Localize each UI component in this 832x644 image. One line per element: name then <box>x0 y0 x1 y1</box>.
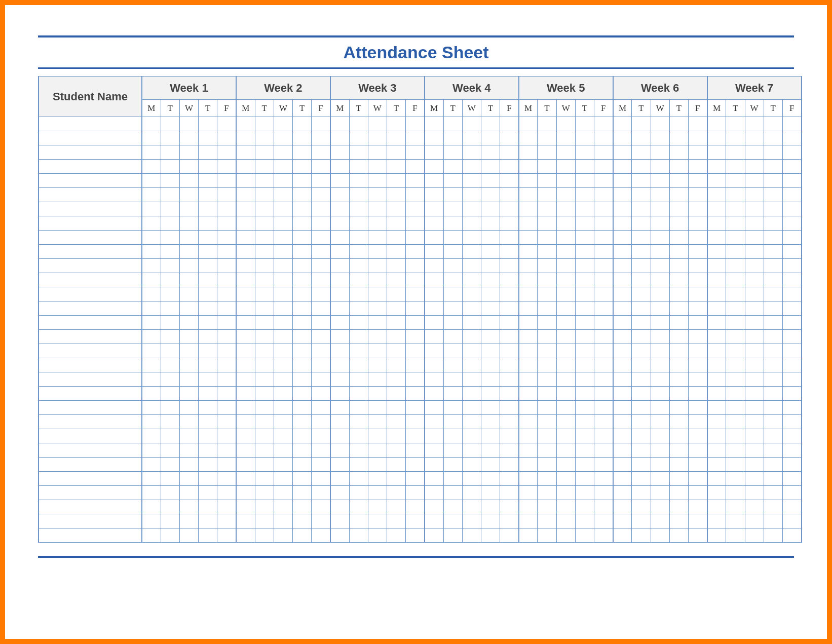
attendance-cell[interactable] <box>519 344 538 358</box>
attendance-cell[interactable] <box>293 188 312 202</box>
attendance-cell[interactable] <box>556 245 575 259</box>
attendance-cell[interactable] <box>406 528 425 543</box>
attendance-cell[interactable] <box>274 443 292 458</box>
attendance-cell[interactable] <box>726 245 745 259</box>
attendance-cell[interactable] <box>368 245 387 259</box>
attendance-cell[interactable] <box>632 245 651 259</box>
attendance-cell[interactable] <box>745 216 764 231</box>
attendance-cell[interactable] <box>368 443 387 458</box>
attendance-cell[interactable] <box>179 245 198 259</box>
attendance-cell[interactable] <box>688 273 707 287</box>
student-name-cell[interactable] <box>39 486 142 500</box>
attendance-cell[interactable] <box>293 330 312 344</box>
attendance-cell[interactable] <box>688 145 707 160</box>
attendance-cell[interactable] <box>387 443 405 458</box>
attendance-cell[interactable] <box>556 528 575 543</box>
attendance-cell[interactable] <box>217 401 236 415</box>
attendance-cell[interactable] <box>519 429 538 443</box>
attendance-cell[interactable] <box>745 145 764 160</box>
attendance-cell[interactable] <box>255 500 274 514</box>
attendance-cell[interactable] <box>255 202 274 216</box>
attendance-cell[interactable] <box>349 301 368 316</box>
attendance-cell[interactable] <box>556 287 575 301</box>
attendance-cell[interactable] <box>538 301 556 316</box>
attendance-cell[interactable] <box>368 287 387 301</box>
attendance-cell[interactable] <box>500 231 519 245</box>
attendance-cell[interactable] <box>594 188 613 202</box>
attendance-cell[interactable] <box>613 202 632 216</box>
attendance-cell[interactable] <box>726 202 745 216</box>
attendance-cell[interactable] <box>142 231 161 245</box>
attendance-cell[interactable] <box>217 273 236 287</box>
attendance-cell[interactable] <box>443 245 462 259</box>
student-name-cell[interactable] <box>39 500 142 514</box>
attendance-cell[interactable] <box>179 316 198 330</box>
attendance-cell[interactable] <box>745 344 764 358</box>
attendance-cell[interactable] <box>594 273 613 287</box>
attendance-cell[interactable] <box>519 443 538 458</box>
attendance-cell[interactable] <box>726 344 745 358</box>
attendance-cell[interactable] <box>161 273 179 287</box>
attendance-cell[interactable] <box>274 174 292 188</box>
attendance-cell[interactable] <box>179 330 198 344</box>
attendance-cell[interactable] <box>538 443 556 458</box>
attendance-cell[interactable] <box>406 358 425 372</box>
attendance-cell[interactable] <box>500 443 519 458</box>
attendance-cell[interactable] <box>726 443 745 458</box>
attendance-cell[interactable] <box>236 443 255 458</box>
attendance-cell[interactable] <box>764 259 782 273</box>
attendance-cell[interactable] <box>161 387 179 401</box>
attendance-cell[interactable] <box>199 358 217 372</box>
attendance-cell[interactable] <box>500 415 519 429</box>
attendance-cell[interactable] <box>481 344 500 358</box>
attendance-cell[interactable] <box>594 372 613 387</box>
attendance-cell[interactable] <box>481 216 500 231</box>
attendance-cell[interactable] <box>443 117 462 131</box>
attendance-cell[interactable] <box>613 301 632 316</box>
attendance-cell[interactable] <box>406 443 425 458</box>
attendance-cell[interactable] <box>519 415 538 429</box>
attendance-cell[interactable] <box>481 429 500 443</box>
attendance-cell[interactable] <box>142 344 161 358</box>
attendance-cell[interactable] <box>782 344 801 358</box>
attendance-cell[interactable] <box>406 145 425 160</box>
attendance-cell[interactable] <box>236 316 255 330</box>
attendance-cell[interactable] <box>632 443 651 458</box>
attendance-cell[interactable] <box>632 316 651 330</box>
student-name-cell[interactable] <box>39 415 142 429</box>
attendance-cell[interactable] <box>368 301 387 316</box>
attendance-cell[interactable] <box>669 458 688 472</box>
attendance-cell[interactable] <box>217 145 236 160</box>
attendance-cell[interactable] <box>462 528 481 543</box>
attendance-cell[interactable] <box>707 117 726 131</box>
attendance-cell[interactable] <box>669 202 688 216</box>
attendance-cell[interactable] <box>538 316 556 330</box>
attendance-cell[interactable] <box>217 344 236 358</box>
attendance-cell[interactable] <box>782 443 801 458</box>
attendance-cell[interactable] <box>387 429 405 443</box>
attendance-cell[interactable] <box>613 429 632 443</box>
attendance-cell[interactable] <box>368 316 387 330</box>
attendance-cell[interactable] <box>707 472 726 486</box>
attendance-cell[interactable] <box>368 472 387 486</box>
attendance-cell[interactable] <box>575 188 594 202</box>
attendance-cell[interactable] <box>293 387 312 401</box>
attendance-cell[interactable] <box>330 273 349 287</box>
attendance-cell[interactable] <box>688 358 707 372</box>
attendance-cell[interactable] <box>538 472 556 486</box>
attendance-cell[interactable] <box>556 174 575 188</box>
attendance-cell[interactable] <box>330 316 349 330</box>
attendance-cell[interactable] <box>538 500 556 514</box>
attendance-cell[interactable] <box>481 486 500 500</box>
attendance-cell[interactable] <box>255 145 274 160</box>
attendance-cell[interactable] <box>462 387 481 401</box>
attendance-cell[interactable] <box>349 358 368 372</box>
attendance-cell[interactable] <box>764 131 782 145</box>
attendance-cell[interactable] <box>217 500 236 514</box>
attendance-cell[interactable] <box>387 245 405 259</box>
attendance-cell[interactable] <box>669 415 688 429</box>
attendance-cell[interactable] <box>613 500 632 514</box>
attendance-cell[interactable] <box>782 188 801 202</box>
attendance-cell[interactable] <box>556 472 575 486</box>
attendance-cell[interactable] <box>236 387 255 401</box>
